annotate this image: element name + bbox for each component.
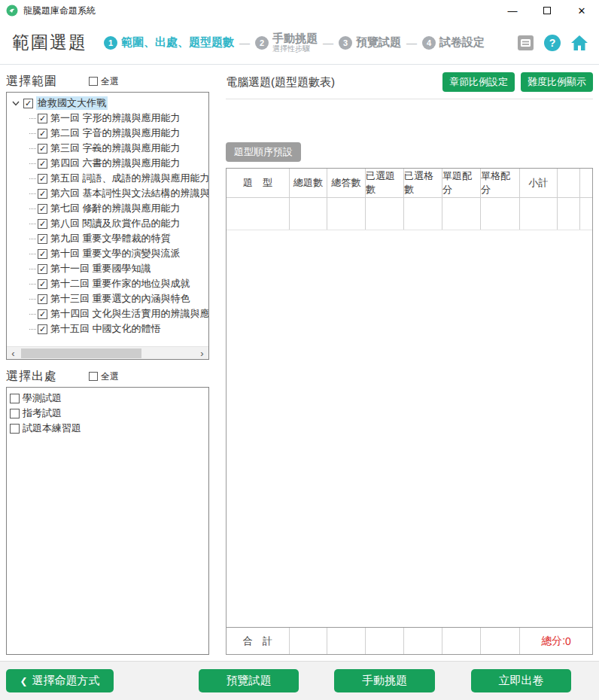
tree-item-checkbox[interactable]: [38, 204, 47, 214]
window-controls: — ✕: [495, 0, 599, 21]
generate-paper-button[interactable]: 立即出卷: [471, 669, 571, 692]
tree-item-label[interactable]: 第六回 基本詞性與文法結構的辨識與: [50, 187, 209, 200]
tree-item-label[interactable]: 第二回 字音的辨識與應用能力: [50, 126, 181, 140]
close-icon: ✕: [578, 5, 586, 17]
tree-item[interactable]: 第二回 字音的辨識與應用能力: [29, 126, 207, 141]
chapter-ratio-button[interactable]: 章節比例設定: [442, 72, 515, 92]
tree-item-checkbox[interactable]: [38, 309, 47, 319]
tree-item[interactable]: 第六回 基本詞性與文法結構的辨識與: [29, 186, 207, 201]
tree-connector: [29, 269, 36, 269]
tree-item-label[interactable]: 第十四回 文化與生活實用的辨識與應: [50, 307, 209, 321]
tree-item-label[interactable]: 第十三回 重要選文的內涵與特色: [50, 292, 190, 306]
chevron-down-icon[interactable]: [11, 99, 20, 108]
step-connector: —: [323, 37, 333, 49]
tree-item-checkbox[interactable]: [38, 114, 47, 123]
scrollbar-thumb[interactable]: [21, 348, 141, 358]
source-select-all[interactable]: 全選: [89, 370, 119, 383]
table-cell: [404, 628, 442, 654]
tree-item-label[interactable]: 第五回 詞語、成語的辨識與應用能力: [50, 172, 209, 185]
scrollbar-track[interactable]: [20, 347, 196, 359]
tree-item-label[interactable]: 第十一回 重要國學知識: [50, 262, 151, 275]
tree-item[interactable]: 第十一回 重要國學知識: [29, 261, 207, 276]
preview-questions-button[interactable]: 預覽試題: [199, 669, 299, 692]
source-item-label[interactable]: 試題本練習題: [23, 422, 81, 435]
table-body-empty-area: [227, 230, 592, 627]
step-2-label: 手動挑題: [272, 32, 318, 45]
range-select-all-checkbox[interactable]: [89, 77, 98, 86]
table-empty-row: [227, 198, 592, 230]
tree-item[interactable]: 第七回 修辭的辨識與應用能力: [29, 201, 207, 216]
step-1-range[interactable]: 1 範圍、出處、題型題數: [104, 35, 234, 50]
difficulty-ratio-button[interactable]: 難度比例顯示: [521, 72, 593, 92]
tree-item-checkbox[interactable]: [38, 294, 47, 304]
source-item[interactable]: 指考試題: [10, 406, 205, 421]
tree-connector: [29, 254, 36, 254]
tree-item[interactable]: 第十回 重要文學的演變與流派: [29, 246, 207, 261]
source-item[interactable]: 學測試題: [10, 391, 205, 406]
help-button[interactable]: ?: [544, 35, 561, 51]
step-4-settings[interactable]: 4 試卷設定: [422, 35, 485, 50]
source-item-checkbox[interactable]: [10, 424, 20, 434]
tree-item-label[interactable]: 第一回 字形的辨識與應用能力: [50, 111, 181, 125]
maximize-button[interactable]: [530, 0, 564, 21]
range-select-all[interactable]: 全選: [89, 75, 119, 88]
scroll-left-icon[interactable]: ‹: [7, 348, 20, 359]
table-cell: [580, 198, 592, 230]
tree-item[interactable]: 第十五回 中國文化的體悟: [29, 321, 207, 336]
source-select-all-checkbox[interactable]: [89, 372, 98, 381]
source-item-checkbox[interactable]: [10, 394, 20, 403]
question-type-order-preset-button[interactable]: 題型順序預設: [226, 142, 301, 162]
tree-item-checkbox[interactable]: [38, 234, 47, 244]
home-icon[interactable]: [570, 35, 588, 51]
step-2-manual-pick[interactable]: 2 手動挑題 選擇性步驟: [255, 32, 318, 53]
manual-pick-button[interactable]: 手動挑題: [334, 669, 435, 692]
source-item-checkbox[interactable]: [10, 409, 20, 418]
tree-item-checkbox[interactable]: [38, 144, 47, 154]
tree-item-checkbox[interactable]: [38, 189, 47, 199]
step-2-badge: 2: [255, 36, 269, 50]
tree-item-label[interactable]: 第九回 重要文學體裁的特質: [50, 232, 171, 245]
tree-item[interactable]: 第一回 字形的辨識與應用能力: [29, 111, 207, 126]
tree-item-checkbox[interactable]: [38, 264, 47, 274]
tree-item-checkbox[interactable]: [38, 219, 47, 229]
tree-root-checkbox[interactable]: [23, 99, 33, 108]
tree-item-label[interactable]: 第三回 字義的辨識與應用能力: [50, 142, 181, 155]
source-item-label[interactable]: 學測試題: [23, 391, 62, 405]
tree-item-label[interactable]: 第七回 修辭的辨識與應用能力: [50, 202, 181, 215]
table-cell: [290, 198, 327, 230]
tree-item[interactable]: 第十三回 重要選文的內涵與特色: [29, 291, 207, 306]
tree-item-label[interactable]: 第八回 閱讀及欣賞作品的能力: [50, 217, 181, 230]
tree-item[interactable]: 第九回 重要文學體裁的特質: [29, 231, 207, 246]
step-3-preview[interactable]: 3 預覽試題: [339, 35, 401, 50]
source-item-label[interactable]: 指考試題: [23, 406, 62, 420]
tree-item[interactable]: 第十四回 文化與生活實用的辨識與應: [29, 306, 207, 321]
column-header: 單格配分: [481, 169, 520, 197]
tree-item-checkbox[interactable]: [38, 324, 47, 334]
tree-item[interactable]: 第三回 字義的辨識與應用能力: [29, 141, 207, 156]
tree-item-checkbox[interactable]: [38, 249, 47, 259]
tree-item-checkbox[interactable]: [38, 129, 47, 138]
close-button[interactable]: ✕: [564, 0, 599, 21]
tree-item-label[interactable]: 第十回 重要文學的演變與流派: [50, 247, 181, 260]
tree-root-row[interactable]: 搶救國文大作戰: [11, 96, 207, 111]
tree-item[interactable]: 第四回 六書的辨識與應用能力: [29, 156, 207, 171]
tree-item-label[interactable]: 第十五回 中國文化的體悟: [50, 322, 161, 336]
minimize-button[interactable]: —: [495, 0, 530, 21]
save-icon[interactable]: [517, 35, 534, 51]
tree-item-checkbox[interactable]: [38, 279, 47, 289]
choose-question-mode-button[interactable]: ❮ 選擇命題方式: [6, 669, 114, 692]
tree-root-label[interactable]: 搶救國文大作戰: [36, 96, 108, 110]
total-score: 總分:0: [520, 628, 592, 654]
tree-item[interactable]: 第十二回 重要作家的地位與成就: [29, 276, 207, 291]
tree-item-label[interactable]: 第四回 六書的辨識與應用能力: [50, 157, 181, 170]
tree-item[interactable]: 第八回 閱讀及欣賞作品的能力: [29, 216, 207, 231]
tree-item[interactable]: 第五回 詞語、成語的辨識與應用能力: [29, 171, 207, 186]
scroll-right-icon[interactable]: ›: [196, 348, 208, 359]
left-panel: 選擇範圍 全選 搶救國文大作戰 第一回 字形的辨識與應用能力 第二回 字音的辨識…: [6, 72, 209, 655]
tree-item-checkbox[interactable]: [38, 159, 47, 169]
tree-item-label[interactable]: 第十二回 重要作家的地位與成就: [50, 277, 190, 291]
tree-horizontal-scrollbar[interactable]: ‹ ›: [7, 346, 208, 359]
source-item[interactable]: 試題本練習題: [10, 421, 205, 436]
range-section-title: 選擇範圍: [6, 74, 57, 90]
tree-item-checkbox[interactable]: [38, 174, 47, 184]
